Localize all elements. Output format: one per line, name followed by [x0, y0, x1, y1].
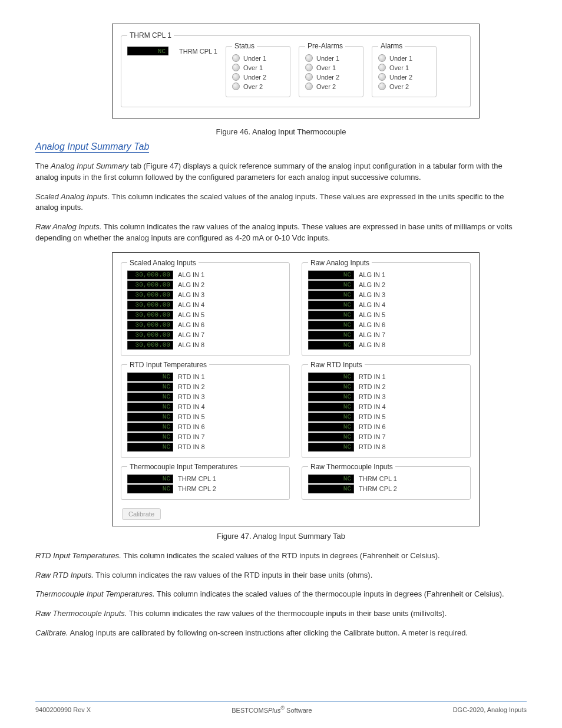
value-display: NC: [308, 485, 354, 493]
para3-a: Raw Analog Inputs.: [35, 222, 101, 231]
value-text: NC: [163, 433, 170, 440]
rtd-temp-legend: RTD Input Temperatures: [127, 361, 209, 369]
value-text: NC: [163, 485, 170, 492]
value-text: 30,000.00: [135, 281, 170, 288]
value-text: NC: [343, 485, 351, 492]
value-label: RTD IN 8: [359, 443, 386, 450]
indicator-row: Under 2: [378, 73, 430, 81]
tc-temp-fieldset: Thermocouple Input Temperatures NCTHRM C…: [121, 463, 290, 500]
raw-tc-fieldset: Raw Thermocouple Inputs NCTHRM CPL 1NCTH…: [302, 463, 471, 500]
value-label: ALG IN 1: [178, 271, 204, 278]
thrm-cpl-fieldset: THRM CPL 1 NC THRM CPL 1 Status Under 1O…: [121, 31, 471, 107]
value-label: RTD IN 6: [359, 423, 386, 430]
value-label: ALG IN 7: [359, 331, 385, 338]
thrm-cpl-value-text: NC: [158, 48, 166, 55]
value-row: NCALG IN 1: [308, 271, 464, 279]
prealarms-fieldset: Pre-Alarms Under 1Over 1Under 2Over 2: [299, 42, 363, 97]
analog-input-summary-link[interactable]: Analog Input Summary Tab: [35, 141, 149, 153]
value-display: NC: [308, 331, 354, 340]
value-row: NCRTD IN 1: [308, 373, 464, 381]
footer-center: BESTCOMSPlus® Software: [232, 705, 312, 714]
value-label: RTD IN 3: [178, 393, 205, 400]
value-row: NCRTD IN 7: [308, 433, 464, 442]
para5-b: This column indicates the raw values of …: [94, 571, 373, 579]
indicator-label: Over 2: [243, 83, 263, 90]
value-text: NC: [163, 403, 170, 410]
value-text: NC: [343, 321, 351, 328]
thrm-cpl-legend: THRM CPL 1: [127, 31, 174, 39]
value-display: 30,000.00: [127, 331, 173, 340]
value-text: NC: [343, 281, 351, 288]
value-label: THRM CPL 1: [359, 475, 397, 482]
value-display: 30,000.00: [127, 321, 173, 330]
value-text: NC: [163, 373, 170, 380]
raw-tc-legend: Raw Thermocouple Inputs: [308, 463, 395, 471]
footer-left: 9400200990 Rev X: [35, 706, 91, 713]
value-label: RTD IN 7: [178, 433, 205, 440]
value-text: NC: [343, 393, 351, 400]
value-row: 30,000.00ALG IN 4: [127, 301, 283, 309]
figure-top-caption: Figure 46. Analog Input Thermocouple: [216, 127, 346, 136]
value-text: 30,000.00: [135, 301, 170, 308]
value-display: 30,000.00: [127, 311, 173, 319]
indicator-label: Under 2: [389, 74, 412, 81]
para6-b: This column indicates the scaled values …: [155, 589, 504, 598]
value-row: NCALG IN 6: [308, 321, 464, 330]
status-list: Under 1Over 1Under 2Over 2: [232, 54, 284, 90]
value-label: RTD IN 4: [359, 403, 386, 410]
value-row: NCRTD IN 6: [127, 423, 283, 431]
indicator-row: Under 1: [378, 54, 430, 62]
value-label: RTD IN 2: [359, 383, 386, 390]
para4-a: RTD Input Temperatures.: [35, 551, 121, 560]
value-display: NC: [308, 321, 354, 330]
value-row: NCRTD IN 8: [308, 443, 464, 452]
value-text: NC: [343, 383, 351, 390]
indicator-label: Under 1: [389, 55, 412, 62]
indicator-label: Under 1: [316, 55, 339, 62]
value-text: 30,000.00: [135, 311, 170, 318]
indicator-row: Over 1: [232, 64, 284, 71]
value-row: NCRTD IN 5: [127, 413, 283, 421]
value-label: ALG IN 8: [359, 341, 385, 348]
value-row: NCALG IN 8: [308, 341, 464, 350]
value-display: NC: [127, 373, 173, 381]
thrm-cpl-panel: THRM CPL 1 NC THRM CPL 1 Status Under 1O…: [112, 24, 480, 118]
indicator-label: Over 1: [243, 64, 263, 71]
alarms-legend: Alarms: [378, 42, 405, 50]
value-text: NC: [343, 413, 351, 420]
value-text: NC: [343, 373, 351, 380]
value-display: NC: [308, 443, 354, 452]
para7-a: Raw Thermocouple Inputs.: [35, 609, 127, 618]
rtd-temp-fieldset: RTD Input Temperatures NCRTD IN 1NCRTD I…: [121, 361, 290, 458]
indicator-row: Over 2: [378, 83, 430, 90]
value-row: NCRTD IN 7: [127, 433, 283, 442]
value-display: NC: [308, 311, 354, 319]
value-row: 30,000.00ALG IN 5: [127, 311, 283, 319]
indicator-row: Under 1: [305, 54, 357, 62]
thrm-cpl-value-display: NC: [127, 47, 168, 55]
value-text: NC: [343, 311, 351, 318]
value-label: ALG IN 3: [359, 291, 385, 298]
indicator-label: Over 1: [316, 64, 336, 71]
value-label: ALG IN 6: [359, 321, 385, 328]
value-display: NC: [308, 433, 354, 442]
value-label: ALG IN 5: [359, 311, 385, 318]
alarms-fieldset: Alarms Under 1Over 1Under 2Over 2: [372, 42, 437, 97]
value-row: NCTHRM CPL 2: [308, 485, 464, 493]
page-footer: 9400200990 Rev X BESTCOMSPlus® Software …: [35, 701, 527, 714]
para8-a: Calibrate.: [35, 628, 68, 637]
value-display: NC: [308, 423, 354, 431]
indicator-row: Under 2: [305, 73, 357, 81]
prealarms-legend: Pre-Alarms: [305, 42, 345, 50]
value-text: NC: [163, 423, 170, 430]
value-display: 30,000.00: [127, 341, 173, 350]
para4-b: This column indicates the scaled values …: [121, 551, 440, 560]
value-row: NCALG IN 7: [308, 331, 464, 340]
lamp-icon: [232, 73, 240, 81]
calibrate-button[interactable]: Calibrate: [122, 508, 161, 520]
value-display: NC: [127, 433, 173, 442]
value-display: NC: [127, 383, 173, 391]
tc-temp-legend: Thermocouple Input Temperatures: [127, 463, 240, 471]
raw-analog-legend: Raw Analog Inputs: [308, 259, 372, 267]
value-row: NCRTD IN 4: [308, 403, 464, 411]
